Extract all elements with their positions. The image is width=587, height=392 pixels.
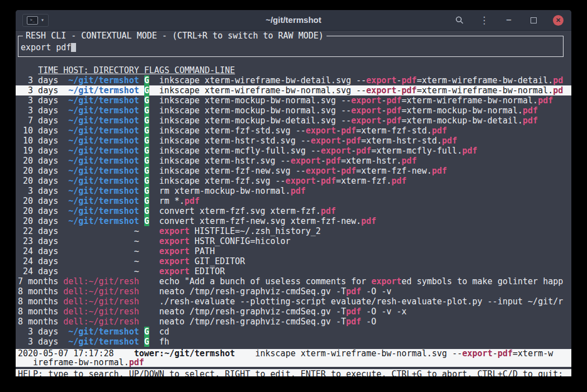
history-row[interactable]: 24 days ~ export EDITOR (16, 266, 571, 276)
row-flags (144, 236, 149, 246)
selected-entry-detail: 2020-05-07 17:17:28 tower:~/git/termshot… (16, 349, 571, 367)
row-time: 3 days (18, 85, 58, 95)
unmaximize-icon (531, 17, 537, 23)
row-host: dell:~/git/resh (63, 317, 139, 327)
kebab-menu-icon[interactable]: ⋮ (479, 15, 489, 25)
row-host: dell:~/git/resh (63, 297, 139, 307)
row-host: ~/git/termshot (63, 216, 139, 226)
row-command: inkscape xterm-mcfly-full.svg --export-p… (159, 146, 477, 156)
row-time: 3 days (18, 186, 58, 196)
history-row[interactable]: 20 days ~/git/termshot G convert xterm-f… (16, 206, 571, 216)
history-row[interactable]: 3 days ~/git/termshot G fh (16, 337, 571, 347)
row-time: 3 days (18, 95, 58, 106)
row-host: ~ (63, 236, 139, 246)
terminal-window: ~/git/termshot >_ ▾ ⋮ − ✕ (16, 10, 571, 376)
history-row[interactable]: 3 days ~/git/termshot G inkscape xterm-m… (16, 106, 571, 116)
row-host: ~/git/termshot (63, 337, 139, 347)
history-row[interactable]: 3 days ~/git/termshot G cd (16, 327, 571, 337)
history-row[interactable]: 3 days ~/git/termshot G inkscape xterm-w… (16, 75, 571, 85)
row-command: inkscape xterm-mockup-bw-normal.svg --ex… (159, 106, 538, 116)
terminal-content: RESH CLI - CONTEXTUAL MODE - (CTRL+R to … (16, 31, 571, 376)
detail-line-2: ireframe-bw-normal.pdf (18, 358, 571, 367)
history-row[interactable]: 3 days ~/git/termshot G inkscape xterm-w… (16, 85, 571, 95)
history-row[interactable]: 20 days ~/git/termshot G inkscape xterm-… (16, 156, 571, 166)
row-command: neato /tmp/resh-graphviz-cmdSeq.gv -Tpdf… (159, 286, 391, 297)
row-flags (144, 297, 149, 307)
detail-date: 2020-05-07 17:17:28 (18, 349, 114, 358)
history-row[interactable]: 3 days ~/git/termshot G rm xterm-mockup-… (16, 186, 571, 196)
search-icon[interactable] (455, 15, 465, 25)
history-row[interactable]: 3 days ~/git/termshot G inkscape xterm-m… (16, 95, 571, 106)
row-host: ~/git/termshot (63, 136, 139, 146)
history-row[interactable]: 8 months dell:~/git/resh neato /tmp/resh… (16, 317, 571, 327)
detail-command-wrap: ireframe-bw-normal.pdf (33, 358, 144, 367)
history-row[interactable]: 20 days ~/git/termshot G inkscape xterm-… (16, 166, 571, 176)
row-time: 24 days (18, 246, 58, 256)
minimize-button[interactable]: − (504, 15, 514, 25)
search-frame-title: RESH CLI - CONTEXTUAL MODE - (CTRL+R to … (23, 31, 326, 41)
row-command: inkscape xterm-wireframe-bw-detail.svg -… (159, 75, 563, 85)
row-flags: G (144, 85, 149, 95)
row-command: convert xterm-fzf-new.svg xterm-fzf-new.… (159, 216, 376, 226)
row-host: ~/git/termshot (63, 186, 139, 196)
row-command: export GIT_EDITOR (159, 256, 245, 266)
row-time: 8 months (18, 307, 58, 317)
row-time: 20 days (18, 196, 58, 206)
history-row[interactable]: 20 days ~/git/termshot G rm *.pdf (16, 196, 571, 206)
row-host: ~/git/termshot (63, 156, 139, 166)
row-host: ~ (63, 246, 139, 256)
row-flags (144, 286, 149, 297)
row-time: 3 days (18, 327, 58, 337)
row-command: inkscape xterm-mockup-bw-detail.svg --ex… (159, 116, 538, 126)
history-row[interactable]: 23 days ~ export HSTR_CONFIG=hicolor (16, 236, 571, 246)
row-flags: G (144, 156, 149, 166)
row-time: 3 days (18, 337, 58, 347)
row-time: 19 days (18, 146, 58, 156)
history-row[interactable]: 10 days ~/git/termshot G inkscape xterm-… (16, 126, 571, 136)
row-host: ~/git/termshot (63, 116, 139, 126)
history-row[interactable]: 8 months dell:~/git/resh neato /tmp/resh… (16, 307, 571, 317)
row-command: export HISTFILE=~/.zsh_history_2 (159, 226, 321, 236)
table-header: TIME HOST: DIRECTORY FLAGS COMMAND-LINE (16, 65, 571, 75)
history-row[interactable]: 24 days ~ export PATH (16, 246, 571, 256)
row-flags: G (144, 126, 149, 136)
history-row[interactable]: 7 months dell:~/git/resh echo "Add a bun… (16, 276, 571, 286)
history-row[interactable]: 24 days ~ export GIT_EDITOR (16, 256, 571, 266)
row-flags: G (144, 75, 149, 85)
row-flags: G (144, 166, 149, 176)
history-row[interactable]: 22 days ~ export HISTFILE=~/.zsh_history… (16, 226, 571, 236)
row-host: dell:~/git/resh (63, 276, 139, 286)
row-time: 3 days (18, 106, 58, 116)
row-time: 10 days (18, 126, 58, 136)
row-flags (144, 266, 149, 276)
row-command: export PATH (159, 246, 215, 256)
row-flags: G (144, 196, 149, 206)
close-button[interactable]: ✕ (553, 15, 564, 26)
row-command: ./resh-evaluate --plotting-script evalua… (159, 297, 563, 307)
history-row[interactable]: 20 days ~/git/termshot G inkscape xterm-… (16, 176, 571, 186)
row-host: ~/git/termshot (63, 176, 139, 186)
history-row[interactable]: 8 months dell:~/git/resh neato /tmp/resh… (16, 286, 571, 297)
row-flags (144, 317, 149, 327)
history-row[interactable]: 10 days ~/git/termshot G inkscape xterm-… (16, 136, 571, 146)
row-time: 24 days (18, 256, 58, 266)
row-command: cd (159, 327, 169, 337)
history-list: 3 days ~/git/termshot G inkscape xterm-w… (16, 75, 571, 347)
history-row[interactable]: 8 months dell:~/git/resh ./resh-evaluate… (16, 297, 571, 307)
history-row[interactable]: 7 days ~/git/termshot G inkscape xterm-m… (16, 116, 571, 126)
history-row[interactable]: 19 days ~/git/termshot G inkscape xterm-… (16, 146, 571, 156)
row-command: inkscape xterm-hstr.svg --export-pdf=xte… (159, 156, 417, 166)
row-command: convert xterm-fzf.svg xterm-fzf.pdf (159, 206, 336, 216)
row-time: 8 months (18, 286, 58, 297)
titlebar: ~/git/termshot >_ ▾ ⋮ − ✕ (16, 10, 571, 31)
titlebar-right-group: ⋮ − ✕ (455, 10, 564, 30)
row-command: rm *.pdf (159, 196, 200, 206)
history-row[interactable]: 20 days ~/git/termshot G convert xterm-f… (16, 216, 571, 226)
row-time: 22 days (18, 226, 58, 236)
new-tab-button[interactable]: >_ ▾ (22, 14, 49, 27)
row-flags (144, 226, 149, 236)
row-command: export EDITOR (159, 266, 225, 276)
terminal-new-tab-icon: >_ (27, 16, 38, 25)
row-host: ~/git/termshot (63, 75, 139, 85)
unmaximize-button[interactable] (528, 15, 538, 25)
